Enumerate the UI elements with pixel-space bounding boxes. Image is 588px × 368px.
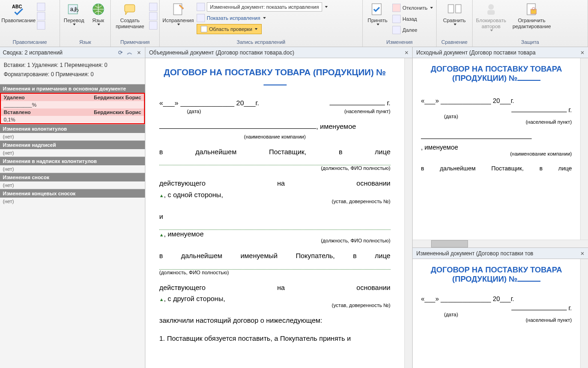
close-source-icon[interactable]: × — [581, 49, 584, 56]
restrict-icon — [524, 2, 539, 17]
prev-change-button[interactable]: Назад — [392, 14, 433, 24]
delete-comment-button[interactable] — [149, 3, 157, 11]
stats-line-1: Вставки: 1 Удаления: 1 Перемещения: 0 — [4, 62, 141, 68]
svg-text:aあ: aあ — [70, 6, 79, 12]
translate-icon: aあ — [66, 2, 81, 17]
language-icon — [91, 2, 106, 17]
revised-doc-scroll[interactable]: ДОГОВОР НА ПОСТАВКУ ТОВАРА (ПРОДУКЦИИ) №… — [413, 259, 580, 368]
reject-button[interactable]: Отклонить — [392, 3, 433, 13]
svg-rect-4 — [125, 5, 135, 12]
track-label: Исправления — [162, 18, 194, 24]
close-center-icon[interactable]: × — [405, 49, 408, 56]
translate-label: Перевод — [64, 18, 84, 24]
center-doc-pane: Объединенный документ (Договор поставки … — [145, 47, 413, 368]
doc-heading: ДОГОВОР НА ПОСТАВКУ ТОВАРА (ПРОДУКЦИИ) № — [421, 65, 572, 83]
new-comment-icon — [123, 2, 138, 17]
next-comment-button[interactable] — [149, 21, 157, 30]
section-header-captions: Изменения в надписях колонтитулов — [0, 157, 145, 165]
thesaurus-button[interactable] — [37, 12, 45, 20]
group-label-language: Язык — [62, 38, 108, 46]
research-button[interactable] — [37, 3, 45, 11]
block-authors-icon — [484, 2, 498, 17]
revised-title-bar: Измененный документ (Договор поставки то… — [413, 248, 588, 259]
compare-button[interactable]: Сравнить — [438, 1, 470, 26]
ribbon: ABC Правописание Правописание aあ Перевод… — [0, 0, 588, 47]
date-left: «___» ______________ 20___г. — [159, 99, 259, 107]
word-count-button[interactable] — [37, 21, 45, 30]
new-comment-button[interactable]: Создать примечание — [113, 1, 147, 30]
right-column: Исходный документ (Договор поставки това… — [413, 47, 588, 368]
show-markup-button[interactable]: Показать исправления — [207, 15, 260, 21]
doc-heading: ДОГОВОР НА ПОСТАВКУ ТОВАРА (ПРОДУКЦИИ) № — [159, 67, 390, 88]
next-change-button[interactable]: Далее — [392, 25, 433, 35]
center-scrollbar-v[interactable] — [404, 58, 412, 368]
section-footnotes-none: (нет) — [0, 181, 145, 189]
source-scrollbar-h[interactable] — [413, 240, 588, 247]
underline — [159, 159, 390, 165]
language-button[interactable]: Язык — [88, 1, 108, 26]
summary-title: Сводка: 2 исправлений — [3, 49, 63, 56]
source-scrollbar-v[interactable] — [580, 58, 588, 240]
source-title: Исходный документ (Договор поставки това… — [416, 49, 535, 56]
summary-stats: Вставки: 1 Удаления: 1 Перемещения: 0 Фо… — [0, 58, 145, 84]
section-endnotes-none: (нет) — [0, 198, 145, 205]
section-headers-none: (нет) — [0, 133, 145, 140]
close-revised-icon[interactable]: × — [581, 250, 584, 257]
change-deleted[interactable]: УдаленоБердинских Борис — [1, 94, 144, 101]
next-icon — [392, 26, 401, 34]
revised-doc-pane: Измененный документ (Договор поставки то… — [413, 248, 588, 368]
section-main: Изменения и примечания в основном докуме… — [0, 84, 145, 93]
center-doc-scroll[interactable]: ДОГОВОР НА ПОСТАВКУ ТОВАРА (ПРОДУКЦИИ) №… — [145, 58, 404, 368]
change-inserted[interactable]: ВставленоБердинских Борис — [1, 109, 144, 116]
refresh-icon[interactable]: ⟳ — [117, 49, 124, 56]
comment-small-buttons — [149, 1, 157, 30]
group-label-comments: Примечания — [113, 38, 157, 46]
compare-label: Сравнить — [443, 18, 466, 24]
prev-icon — [392, 15, 401, 23]
language-label: Язык — [92, 18, 104, 24]
section-endnotes: Изменения концевых сносок — [0, 189, 145, 198]
close-summary-icon[interactable]: × — [136, 49, 142, 56]
section-captions: Изменения надписей — [0, 140, 145, 149]
source-doc-scroll[interactable]: ДОГОВОР НА ПОСТАВКУ ТОВАРА (ПРОДУКЦИИ) №… — [413, 58, 580, 240]
stats-line-2: Форматирование: 0 Примечания: 0 — [4, 71, 141, 78]
summary-header: Сводка: 2 исправлений ⟳ ︽ × — [0, 47, 145, 58]
display-for-review-icon — [197, 3, 205, 11]
change-inserted-detail: 0,1% — [1, 116, 144, 123]
compare-icon — [447, 2, 462, 17]
svg-rect-10 — [487, 10, 495, 15]
block-authors-label: Блокировать авторов — [475, 18, 507, 30]
center-page: ДОГОВОР НА ПОСТАВКУ ТОВАРА (ПРОДУКЦИИ) №… — [145, 58, 404, 355]
body: Сводка: 2 исправлений ⟳ ︽ × Вставки: 1 У… — [0, 47, 588, 368]
review-pane-icon — [201, 26, 207, 32]
group-label-compare: Сравнение — [438, 38, 470, 46]
prev-comment-button[interactable] — [149, 12, 157, 20]
spelling-button[interactable]: ABC Правописание — [2, 1, 35, 24]
section-captions-none: (нет) — [0, 149, 145, 157]
show-markup-icon — [197, 14, 205, 22]
date-right: г. — [330, 99, 390, 107]
restrict-editing-button[interactable]: Ограничить редактирование — [510, 1, 554, 30]
center-title: Объединенный документ (Договор поставки … — [149, 49, 294, 56]
spelling-label: Правописание — [1, 18, 36, 24]
display-for-review-dropdown[interactable]: Измененный документ: показать исправлени… — [207, 2, 322, 12]
track-changes-button[interactable]: Исправления — [162, 1, 195, 26]
accept-button[interactable]: Принять — [365, 1, 390, 26]
spelling-icon: ABC — [11, 2, 26, 17]
date-note: (дата) — [187, 109, 201, 114]
section-header-captions-none: (нет) — [0, 165, 145, 173]
highlighted-changes: УдаленоБердинских Борис __________% Вста… — [0, 93, 145, 124]
review-pane-button[interactable]: Область проверки — [197, 24, 262, 34]
section-footnotes: Изменения сносок — [0, 173, 145, 181]
translate-button[interactable]: aあ Перевод — [62, 1, 86, 26]
accept-icon — [370, 2, 385, 17]
collapse-icon[interactable]: ︽ — [126, 49, 133, 56]
revised-scrollbar-v[interactable] — [580, 259, 588, 368]
section-headers: Изменения колонтитулов — [0, 124, 145, 133]
reject-icon — [392, 4, 401, 12]
restrict-label: Ограничить редактирование — [510, 18, 553, 30]
source-doc-pane: Исходный документ (Договор поставки това… — [413, 47, 588, 248]
svg-text:ABC: ABC — [12, 4, 22, 9]
group-label-tracking: Запись исправлений — [162, 38, 360, 46]
city-note: (населенный пункт) — [344, 109, 390, 114]
